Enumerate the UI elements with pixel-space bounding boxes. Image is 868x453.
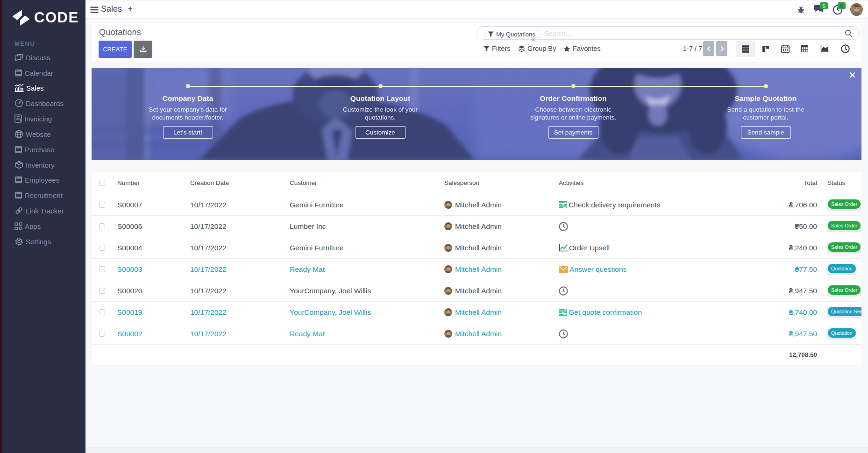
svg-text:$: $: [20, 119, 21, 122]
